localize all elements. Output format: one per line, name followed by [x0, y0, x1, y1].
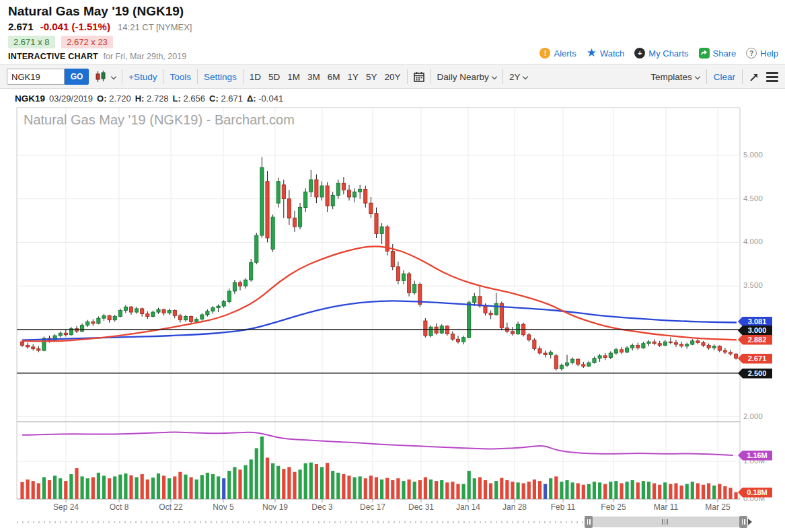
chart-scrollbar[interactable] [0, 516, 785, 529]
candlesticks [20, 157, 737, 371]
barchart-interactive-chart-page: Natural Gas May '19 (NGK19) 2.671 -0.041… [0, 0, 785, 532]
chart-region: Natural Gas May '19 (NGK19) - Barchart.c… [0, 0, 785, 532]
gridlines [17, 108, 740, 499]
scrollbar-grip-icon [662, 519, 668, 525]
volume-line [22, 432, 733, 455]
scrollbar-track[interactable] [17, 521, 589, 523]
scroll-right-arrow[interactable] [748, 519, 752, 525]
chart-frame [17, 108, 740, 502]
horizontal-trendlines[interactable] [17, 330, 740, 373]
scrollbar-right-handle[interactable] [739, 516, 747, 528]
price-chart-canvas[interactable] [0, 0, 785, 532]
scrollbar-left-handle[interactable] [585, 516, 593, 528]
volume-bars [20, 436, 737, 499]
moving-average-lines [22, 246, 737, 341]
